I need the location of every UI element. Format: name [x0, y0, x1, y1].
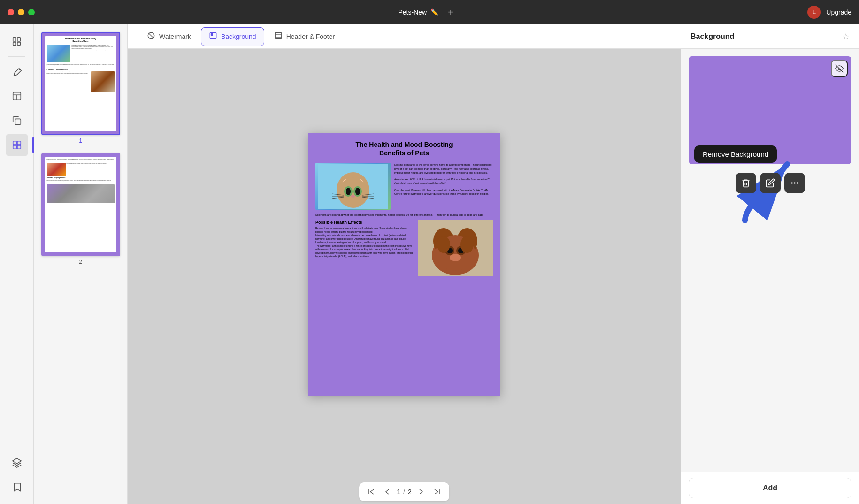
header-footer-icon: [274, 31, 283, 42]
right-panel-content: Remove Background: [681, 49, 859, 472]
icon-divider-1: [8, 56, 25, 57]
favorite-star-button[interactable]: ☆: [842, 31, 850, 42]
page-slash: /: [403, 488, 405, 496]
canvas-area: Watermark Background: [128, 24, 681, 504]
titlebar-right: L Upgrade: [807, 6, 851, 19]
svg-rect-0: [13, 38, 15, 41]
svg-point-47: [450, 254, 461, 261]
pagination-box: 1 / 2: [359, 482, 449, 501]
svg-rect-7: [15, 119, 21, 124]
doc-section-text: Research on human-animal interactions is…: [315, 227, 414, 259]
tab-watermark[interactable]: Watermark: [139, 27, 199, 46]
svg-marker-12: [12, 458, 21, 464]
tab-watermark-label: Watermark: [159, 33, 191, 40]
minimize-button[interactable]: [18, 9, 24, 15]
tab-header-footer[interactable]: Header & Footer: [266, 27, 343, 46]
svg-rect-9: [17, 141, 20, 145]
page-next-button[interactable]: [414, 485, 428, 498]
doc-page-inner: The Health and Mood-BoostingBenefits of …: [308, 133, 500, 396]
background-icon: [209, 31, 217, 42]
svg-rect-3: [17, 42, 20, 45]
sidebar-item-design[interactable]: [6, 134, 28, 156]
doc-section-title: Possible Health Effects: [315, 220, 414, 225]
svg-rect-2: [13, 42, 15, 45]
pagination-bar: 1 / 2: [359, 480, 449, 504]
doc-title: The Health and Mood-BoostingBenefits of …: [315, 140, 493, 157]
page-number-1: 1: [41, 135, 120, 145]
tooltip-remove-background: Remove Background: [694, 145, 777, 163]
main-layout: The Health and Mood-BoostingBenefits of …: [0, 24, 859, 504]
document-page: The Health and Mood-BoostingBenefits of …: [308, 133, 500, 396]
right-panel-footer: Add: [681, 472, 859, 504]
cat-image: [315, 163, 391, 210]
svg-point-26: [339, 177, 367, 207]
svg-rect-17: [275, 32, 282, 39]
doc-divider-text: Scientists are looking at what the poten…: [315, 214, 493, 216]
more-options-button[interactable]: [784, 173, 805, 193]
page-prev-button[interactable]: [381, 485, 394, 498]
canvas-scroll[interactable]: The Health and Mood-BoostingBenefits of …: [128, 49, 681, 480]
tab-background[interactable]: Background: [201, 27, 264, 46]
doc-top-row: Nothing compares to the joy of coming ho…: [315, 163, 493, 210]
sidebar-item-pen[interactable]: [6, 61, 28, 83]
svg-rect-1: [17, 38, 20, 41]
svg-point-48: [437, 236, 450, 253]
sidebar-item-layout[interactable]: [6, 85, 28, 107]
edit-background-button[interactable]: [760, 173, 781, 193]
total-pages: 2: [408, 488, 412, 496]
svg-rect-8: [13, 141, 16, 145]
svg-point-29: [346, 188, 351, 195]
tab-bar: Watermark Background: [128, 24, 681, 49]
svg-point-55: [794, 182, 795, 183]
user-avatar[interactable]: L: [807, 6, 821, 19]
titlebar-center: Pets-New ✏️ +: [44, 7, 807, 18]
edit-title-icon[interactable]: ✏️: [430, 8, 438, 16]
right-panel-header: Background ☆: [681, 24, 859, 49]
svg-rect-11: [17, 145, 20, 149]
doc-bottom-row: Possible Health Effects Research on huma…: [315, 220, 493, 276]
pages-panel: The Health and Mood-BoostingBenefits of …: [34, 24, 128, 504]
svg-point-56: [797, 182, 798, 183]
tab-background-label: Background: [221, 33, 256, 40]
page-first-button[interactable]: [365, 485, 378, 498]
maximize-button[interactable]: [28, 9, 35, 15]
bg-preview-card: Remove Background: [689, 56, 851, 164]
svg-point-49: [460, 236, 474, 253]
svg-point-30: [355, 188, 360, 195]
close-button[interactable]: [8, 9, 14, 15]
current-page: 1: [397, 488, 400, 496]
right-panel-title: Background: [690, 32, 734, 41]
new-tab-button[interactable]: +: [448, 7, 453, 18]
sidebar-item-copy[interactable]: [6, 109, 28, 132]
action-buttons-row: [736, 173, 805, 193]
watermark-icon: [147, 31, 155, 42]
document-title: Pets-New: [398, 8, 427, 16]
tab-header-footer-label: Header & Footer: [286, 33, 335, 40]
sidebar-item-bookmark[interactable]: [6, 476, 28, 498]
svg-rect-16: [211, 33, 213, 35]
page-number-2: 2: [41, 256, 120, 267]
page-thumbnail-1[interactable]: The Health and Mood-BoostingBenefits of …: [41, 32, 120, 145]
right-panel: Background ☆ Remove Background: [681, 24, 859, 504]
svg-line-14: [148, 33, 154, 38]
traffic-lights: [8, 9, 35, 15]
svg-rect-10: [13, 145, 16, 149]
sidebar-item-pages[interactable]: [6, 30, 28, 53]
svg-point-31: [351, 195, 355, 198]
upgrade-button[interactable]: Upgrade: [826, 8, 851, 16]
icon-bar: [0, 24, 34, 504]
doc-intro-text: Nothing compares to the joy of coming ho…: [394, 163, 493, 210]
toggle-visibility-button[interactable]: [831, 60, 848, 77]
dog-image: [418, 220, 493, 276]
titlebar: Pets-New ✏️ + L Upgrade: [0, 0, 859, 24]
active-indicator: [32, 137, 34, 153]
add-background-button[interactable]: Add: [689, 478, 851, 498]
delete-background-button[interactable]: [736, 173, 756, 193]
svg-point-54: [791, 182, 792, 183]
page-last-button[interactable]: [430, 485, 444, 498]
sidebar-item-layers[interactable]: [6, 451, 28, 474]
page-thumbnail-2[interactable]: Lorem ipsum dolor sit amet consectetur a…: [41, 153, 120, 267]
